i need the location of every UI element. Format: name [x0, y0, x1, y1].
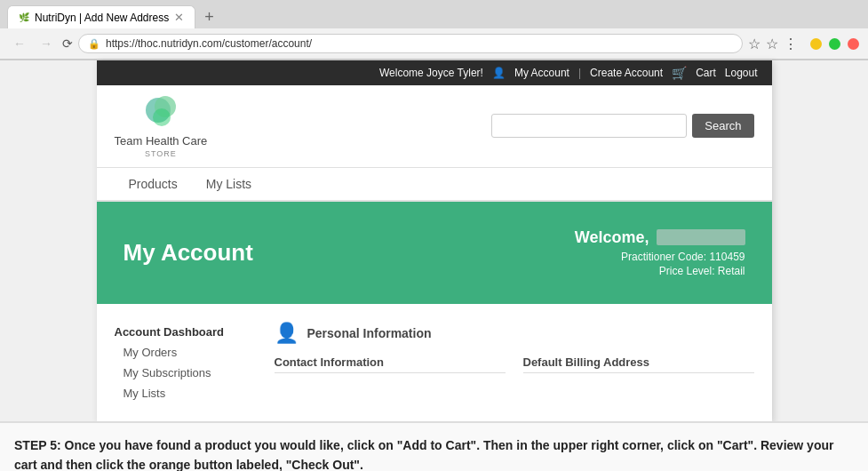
sidebar-item-subscriptions[interactable]: My Subscriptions: [115, 363, 257, 383]
my-account-link[interactable]: My Account: [514, 67, 569, 79]
tab-close-button[interactable]: ✕: [174, 11, 184, 24]
active-tab[interactable]: 🌿 NutriDyn | Add New Address ✕: [7, 5, 195, 28]
hero-right: Welcome, Practitioner Code: 110459 Price…: [575, 228, 745, 277]
nav-item-products[interactable]: Products: [115, 168, 192, 202]
billing-address-title: Default Billing Address: [523, 355, 754, 373]
browser-controls: ← → ⟳ 🔒 https://thoc.nutridyn.com/custom…: [0, 28, 868, 60]
hero-welcome-name-redacted: [657, 229, 745, 245]
cart-link[interactable]: Cart: [696, 67, 716, 79]
step-text-strong: STEP 5: Once you have found a product yo…: [14, 438, 833, 471]
hero-welcome-label: Welcome,: [575, 228, 649, 247]
tab-bar: 🌿 NutriDyn | Add New Address ✕ +: [0, 0, 868, 28]
browser-actions: ☆ ☆ ⋮: [748, 36, 798, 52]
hero-price-level: Price Level: Retail: [575, 265, 745, 277]
url-text: https://thoc.nutridyn.com/customer/accou…: [106, 37, 733, 50]
hero-title: My Account: [123, 239, 253, 267]
contact-info-col: Contact Information: [275, 355, 506, 379]
address-bar[interactable]: 🔒 https://thoc.nutridyn.com/customer/acc…: [78, 34, 743, 53]
tab-title: NutriDyn | Add New Address: [35, 12, 169, 24]
window-controls: [810, 38, 859, 50]
contact-info-title: Contact Information: [275, 355, 506, 373]
hero-practitioner-code: Practitioner Code: 110459: [575, 251, 745, 263]
content-area: 👤 Personal Information Contact Informati…: [275, 322, 754, 403]
logo-icon: [139, 94, 183, 134]
svg-point-2: [153, 108, 171, 126]
account-content: Account Dashboard My Orders My Subscript…: [97, 304, 772, 421]
personal-info-title: Personal Information: [307, 326, 432, 340]
logout-link[interactable]: Logout: [725, 67, 758, 79]
new-tab-button[interactable]: +: [199, 8, 219, 27]
search-area: Search: [491, 114, 753, 138]
tab-favicon: 🌿: [19, 12, 29, 22]
sidebar-item-dashboard[interactable]: Account Dashboard: [115, 322, 257, 342]
menu-icon[interactable]: ⋮: [784, 36, 798, 52]
minimize-button[interactable]: [810, 38, 822, 50]
search-input[interactable]: [491, 114, 687, 138]
content-section: 👤 Personal Information Contact Informati…: [275, 322, 754, 403]
info-columns: Contact Information Default Billing Addr…: [275, 355, 754, 379]
forward-button[interactable]: →: [36, 35, 57, 52]
welcome-text: Welcome Joyce Tyler!: [379, 67, 483, 79]
search-button[interactable]: Search: [692, 114, 753, 138]
hero-welcome: Welcome,: [575, 228, 745, 247]
step-text: STEP 5: Once you have found a product yo…: [0, 421, 868, 471]
nav-item-my-lists[interactable]: My Lists: [192, 168, 266, 202]
sidebar-item-orders[interactable]: My Orders: [115, 342, 257, 363]
maximize-button[interactable]: [829, 38, 840, 50]
back-button[interactable]: ←: [9, 35, 30, 52]
billing-address-col: Default Billing Address: [523, 355, 754, 379]
personal-info-section: 👤 Personal Information: [275, 322, 754, 345]
logo-text: Team Health Care: [115, 134, 208, 149]
site-header: Team Health Care STORE Search: [97, 85, 772, 168]
cart-icon[interactable]: 🛒: [672, 66, 687, 80]
reload-button[interactable]: ⟳: [62, 36, 73, 51]
logo-subtext: STORE: [145, 149, 177, 158]
main-nav: Products My Lists: [97, 168, 772, 202]
star-icon[interactable]: ☆: [766, 36, 778, 52]
separator-1: |: [578, 67, 581, 79]
page-wrapper: Welcome Joyce Tyler! 👤 My Account | Crea…: [97, 60, 772, 421]
hero-banner: My Account Welcome, Practitioner Code: 1…: [97, 202, 772, 304]
person-icon: 👤: [275, 322, 299, 345]
top-nav-bar: Welcome Joyce Tyler! 👤 My Account | Crea…: [97, 60, 772, 85]
browser-chrome: 🌿 NutriDyn | Add New Address ✕ + ← → ⟳ 🔒…: [0, 0, 868, 60]
sidebar: Account Dashboard My Orders My Subscript…: [115, 322, 257, 403]
lock-icon: 🔒: [88, 38, 100, 50]
create-account-link[interactable]: Create Account: [590, 67, 663, 79]
logo-area: Team Health Care STORE: [115, 94, 208, 158]
user-icon: 👤: [492, 67, 506, 79]
sidebar-item-lists[interactable]: My Lists: [115, 383, 257, 403]
close-button[interactable]: [848, 38, 859, 50]
bookmark-icon[interactable]: ☆: [748, 36, 760, 52]
